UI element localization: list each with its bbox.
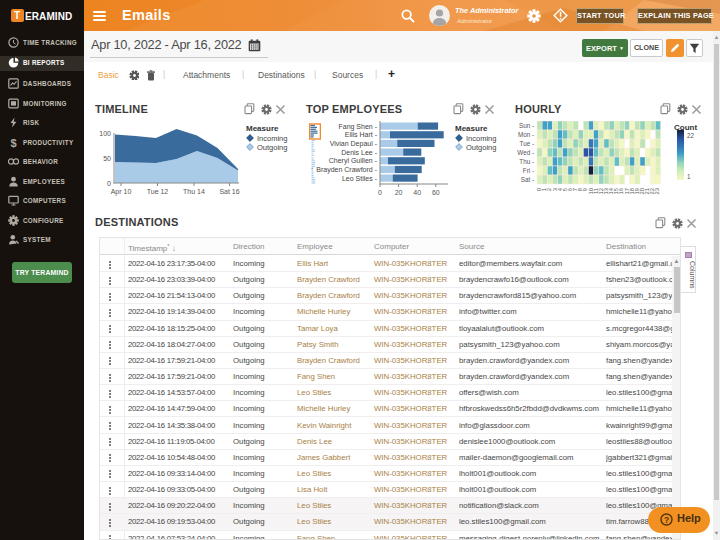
svg-text:Sat -: Sat - — [521, 176, 534, 183]
svg-text:Thu 14: Thu 14 — [183, 188, 205, 195]
svg-text:Wed -: Wed - — [517, 149, 534, 156]
svg-text:Mon -: Mon - — [518, 131, 534, 138]
svg-text:Leo Stiles -: Leo Stiles - — [342, 175, 378, 182]
svg-text:Denis Lee -: Denis Lee - — [341, 149, 377, 156]
svg-text:Apr 10: Apr 10 — [111, 188, 132, 196]
svg-text:0: 0 — [107, 180, 111, 187]
svg-text:$: $ — [10, 137, 16, 148]
svg-text:0: 0 — [378, 189, 382, 196]
svg-text:Tue 12: Tue 12 — [147, 188, 169, 195]
svg-text:Brayden Crawford -: Brayden Crawford - — [316, 166, 377, 174]
svg-text:Vivian Depaul -: Vivian Depaul - — [330, 140, 378, 148]
svg-text:Sat 16: Sat 16 — [219, 188, 239, 195]
svg-text:Fang Shen -: Fang Shen - — [338, 123, 377, 131]
svg-text:100: 100 — [99, 130, 111, 137]
svg-text:50: 50 — [103, 155, 111, 162]
svg-text:Sun -: Sun - — [519, 122, 534, 129]
svg-text:20: 20 — [395, 189, 403, 196]
svg-text:Thu -: Thu - — [519, 158, 534, 165]
svg-text:Fri -: Fri - — [523, 167, 534, 174]
svg-text:Tue -: Tue - — [520, 140, 534, 147]
svg-text:Ellis Hart -: Ellis Hart - — [345, 131, 378, 138]
svg-text:40: 40 — [413, 189, 421, 196]
svg-text:60: 60 — [432, 189, 440, 196]
svg-text:Cheryl Guillen -: Cheryl Guillen - — [329, 157, 378, 165]
svg-text:?: ? — [664, 515, 669, 525]
svg-text:23: 23 — [654, 188, 660, 194]
